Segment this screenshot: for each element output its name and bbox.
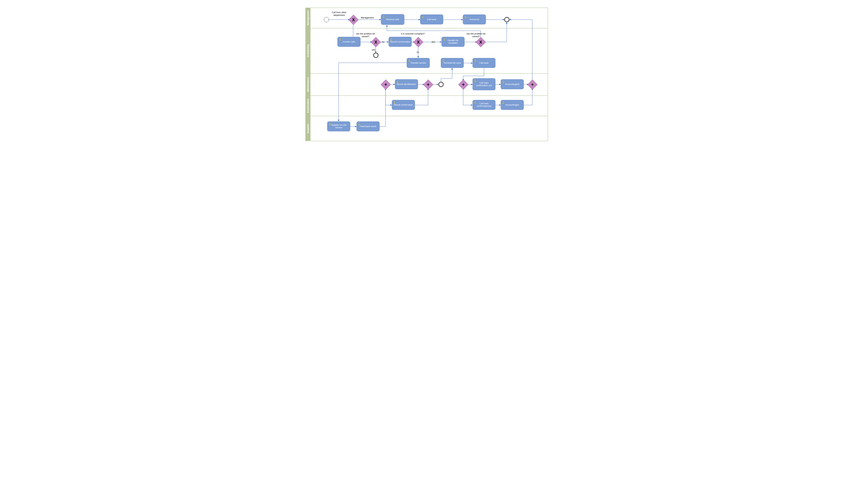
task-supplier: Supplier on site service bbox=[327, 122, 350, 131]
task-label: Accounting(e) bbox=[505, 104, 519, 106]
task-label: Feed back result bbox=[360, 125, 376, 128]
end-event bbox=[439, 82, 444, 87]
task-feedback: Feed back result bbox=[357, 122, 379, 131]
task-terminal-case: Terminal the case bbox=[441, 58, 464, 68]
edge-label: yes bbox=[432, 41, 435, 43]
task-handle-complaint: Handle the complaint bbox=[442, 37, 464, 47]
task-label: Result identification bbox=[397, 83, 416, 86]
edge-label: yes bbox=[372, 49, 375, 51]
edge-label: Call from other department bbox=[329, 11, 350, 16]
task-record-conversation: Record conversation bbox=[389, 37, 412, 47]
gateway-question: is it customer complain? bbox=[400, 32, 426, 35]
task-label: Supplier on site service bbox=[328, 124, 349, 129]
task-label: Answer calls bbox=[343, 41, 355, 43]
task-label: Call back confirmation(e) bbox=[474, 102, 494, 107]
task-transfer-service: Transfer service bbox=[407, 58, 430, 68]
task-label: Call back confirmation (m) bbox=[474, 82, 494, 87]
task-answer-calls: Answer calls bbox=[337, 37, 360, 47]
task-label: Record conversation bbox=[390, 41, 410, 43]
task-label: Call back bbox=[479, 62, 488, 64]
task-acct-m: Accounting(m) bbox=[501, 79, 524, 89]
task-label: Result confirmation bbox=[394, 104, 413, 106]
gateway-question: can the problem be solved? bbox=[466, 32, 486, 38]
task-label: Call back bbox=[427, 18, 436, 21]
task-label: Transfer service bbox=[410, 62, 426, 64]
task-label: Handle the complaint bbox=[443, 39, 463, 44]
end-event bbox=[504, 17, 510, 22]
task-cbconf-e: Call back confirmation(e) bbox=[473, 100, 495, 110]
end-event bbox=[373, 53, 378, 58]
task-call-back-2: Call back bbox=[473, 58, 495, 68]
start-event bbox=[324, 17, 329, 22]
task-call-back: Call back bbox=[420, 15, 443, 24]
task-result-id: Result identification bbox=[395, 79, 418, 89]
edge-label: Management bbox=[361, 16, 374, 19]
task-label: Announce bbox=[469, 18, 479, 21]
task-label: Accounting(m) bbox=[505, 83, 519, 86]
edge-label: no bbox=[382, 41, 384, 43]
edge-label: no bbox=[416, 51, 419, 54]
task-receive-calls: Receive calls bbox=[381, 14, 404, 25]
task-announce: Announce bbox=[463, 15, 486, 24]
gateway-question: can the problem be solved? bbox=[355, 32, 376, 38]
task-label: Terminal the case bbox=[444, 62, 461, 64]
task-cbconf-m: Call back confirmation (m) bbox=[473, 78, 495, 90]
task-acct-e: Accounting(e) bbox=[501, 100, 524, 110]
task-label: Receive calls bbox=[386, 18, 399, 21]
task-result-conf: Result confirmation bbox=[392, 100, 415, 110]
